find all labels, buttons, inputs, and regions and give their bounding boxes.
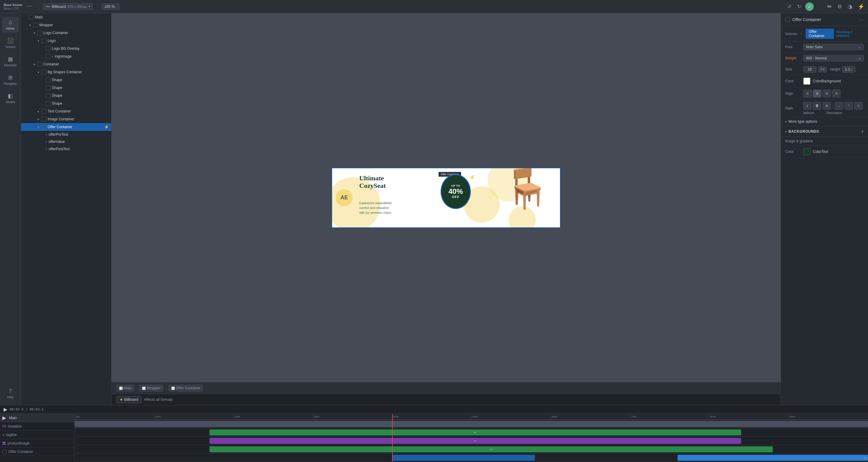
layer-toggle-logo-container[interactable]: ▾ xyxy=(32,31,36,35)
layer-checkbox-logo-bg-overlay[interactable] xyxy=(46,46,51,51)
layer-item-shape4[interactable]: Shape xyxy=(21,99,111,107)
selector-tag[interactable]: Offer Container xyxy=(806,29,834,39)
sidebar-item-assets[interactable]: ◧ Assets xyxy=(2,90,19,106)
align-justify-button[interactable]: ≡ xyxy=(832,90,841,97)
sidebar-item-scenes[interactable]: ⬛ Scenes xyxy=(2,35,19,51)
size-unit[interactable]: PX xyxy=(818,66,827,73)
strikethrough-button[interactable]: ✕ xyxy=(823,102,831,110)
palette-icon[interactable]: ◑ xyxy=(847,3,852,10)
tagline-bar[interactable]: ↵ xyxy=(210,438,741,444)
backgrounds-section-header[interactable]: ▾ BACKGROUNDS + xyxy=(781,126,868,137)
layer-checkbox-wrapper[interactable] xyxy=(33,23,38,27)
layer-toggle-text-container[interactable]: ▸ xyxy=(36,110,40,113)
bg-color-swatch[interactable] xyxy=(803,148,810,155)
layer-item-text-container[interactable]: ▸Text Container xyxy=(21,107,111,115)
timeline-main-label[interactable]: ▶ Main xyxy=(0,414,74,422)
layer-item-shape1[interactable]: Shape xyxy=(21,76,111,84)
format-selector[interactable]: ━━ Billboard 970 × 250 px ▾ xyxy=(43,3,93,10)
layer-item-logo-bg-overlay[interactable]: Logo BG Overlay xyxy=(21,45,111,53)
subscript-button[interactable]: ₊ xyxy=(835,102,843,110)
redo-button[interactable]: ↻ xyxy=(795,2,803,10)
add-background-button[interactable]: + xyxy=(861,129,864,134)
breadcrumb-wrapper[interactable]: ⬜ Wrapper xyxy=(139,385,163,392)
layer-item-offer-pretext[interactable]: ▪offerPreText xyxy=(21,131,111,138)
canvas-scroll[interactable]: AE Ultimate CozySeat Experience unparall… xyxy=(112,13,781,382)
layer-item-wrapper[interactable]: ▾Wrapper xyxy=(21,21,111,29)
offer-bar-left[interactable] xyxy=(392,455,535,461)
more-options-button[interactable]: ⋯ xyxy=(858,16,864,23)
layer-checkbox-logo-container[interactable] xyxy=(37,30,42,35)
layer-item-shape2[interactable]: Shape xyxy=(21,84,111,92)
align-left-button[interactable]: ≡ xyxy=(803,90,812,97)
breadcrumb-main[interactable]: ⬜ Main xyxy=(116,385,134,392)
layer-checkbox-shape3[interactable] xyxy=(46,93,51,98)
timeline-product-label[interactable]: 🖼 productImage xyxy=(0,439,74,447)
offer-box[interactable]: UP TO 40% OFF xyxy=(441,174,471,209)
layer-item-offer-container[interactable]: ▾Offer Container⚡ xyxy=(21,123,111,131)
layer-toggle-logo[interactable]: ▾ xyxy=(36,39,40,42)
layer-checkbox-image-container[interactable] xyxy=(41,117,46,121)
breadcrumb-offer-container[interactable]: ⬜ Offer Container xyxy=(168,385,204,392)
layer-item-logo-container[interactable]: ▾Logo Container xyxy=(21,29,111,37)
offer-container-checkbox[interactable] xyxy=(785,17,790,22)
weight-input[interactable]: 400 - Normal ⌄ xyxy=(803,55,864,61)
layer-item-image-container[interactable]: ▸Image Container xyxy=(21,115,111,123)
layer-checkbox-text-container[interactable] xyxy=(41,109,46,114)
play-button[interactable]: ▶ xyxy=(4,406,7,412)
broadcast-badge[interactable]: ★ Billboard xyxy=(116,396,142,403)
italic-button[interactable]: I xyxy=(803,102,812,110)
sidebar-item-elements[interactable]: ▦ Elements xyxy=(2,53,19,69)
layer-checkbox-logo[interactable] xyxy=(41,38,46,43)
ad-canvas[interactable]: AE Ultimate CozySeat Experience unparall… xyxy=(332,168,561,228)
product-bar[interactable]: ↵ xyxy=(210,446,773,452)
layer-toggle-wrapper[interactable]: ▾ xyxy=(28,24,32,27)
layer-checkbox-shape1[interactable] xyxy=(46,78,51,82)
superscript-button[interactable]: ᵀ xyxy=(844,102,853,110)
timeline-headline-label[interactable]: H1 headline xyxy=(0,422,74,431)
more-type-row[interactable]: ▾ More type options xyxy=(781,117,868,126)
offer-check-icon[interactable] xyxy=(2,450,7,454)
offer-bar-right[interactable]: ↵ xyxy=(678,455,868,461)
color-name[interactable]: ColorBackground xyxy=(813,79,841,83)
layer-item-bg-shapes-container[interactable]: ▾Bg Shapes Container xyxy=(21,68,111,76)
layer-item-logo-image[interactable]: ▪logoImage xyxy=(21,53,111,60)
layer-item-logo[interactable]: ▾Logo xyxy=(21,37,111,45)
layer-checkbox-shape2[interactable] xyxy=(46,85,51,90)
sidebar-item-home[interactable]: ⌂ Home xyxy=(2,17,19,33)
layer-item-offer-posttext[interactable]: ▪offerPostText xyxy=(21,145,111,152)
align-right-button[interactable]: ≡ xyxy=(823,90,831,97)
height-input[interactable]: 1.2 ⌄ xyxy=(842,66,855,73)
font-input[interactable]: Noto Sans ⌄ xyxy=(803,44,864,50)
timeline-content[interactable]: 0% 10% 20% 30% 40% 50% 60% 70% 80% 90% 1… xyxy=(75,414,868,462)
timeline-tagline-label[interactable]: ≡ tagline xyxy=(0,431,74,439)
layer-item-shape3[interactable]: Shape xyxy=(21,92,111,99)
selector-inherit[interactable]: Inheriting 2 selectors xyxy=(836,30,864,37)
layer-toggle-offer-container[interactable]: ▾ xyxy=(36,125,40,129)
gear-icon[interactable]: ⚙ xyxy=(837,3,842,10)
layer-toggle-container[interactable]: ▾ xyxy=(32,63,36,66)
timeline-cursor[interactable] xyxy=(392,414,393,462)
flash-icon[interactable]: ⚡ xyxy=(858,3,864,10)
layer-checkbox-main[interactable] xyxy=(29,15,34,20)
undo-button[interactable]: ↺ xyxy=(785,2,793,10)
headline-bar[interactable]: ↵ xyxy=(210,429,741,435)
bg-color-name[interactable]: ColorText xyxy=(813,150,828,154)
align-center-button[interactable]: ≡ xyxy=(813,90,821,97)
color-swatch[interactable] xyxy=(803,78,810,85)
layer-checkbox-shape4[interactable] xyxy=(46,101,51,106)
sidebar-item-help[interactable]: ? Help xyxy=(2,386,19,401)
layer-item-main[interactable]: Main xyxy=(21,13,111,21)
layer-checkbox-container[interactable] xyxy=(37,62,42,67)
pen-icon[interactable]: ✏ xyxy=(827,3,832,10)
publish-button[interactable]: ✓ xyxy=(805,2,814,11)
bold-button[interactable]: B xyxy=(813,102,821,110)
overline-button[interactable]: ⊤ xyxy=(854,102,863,110)
layer-item-offer-value[interactable]: ▪offerValue xyxy=(21,138,111,145)
layer-toggle-image-container[interactable]: ▸ xyxy=(36,118,40,121)
layer-item-container[interactable]: ▾Container xyxy=(21,60,111,68)
timeline-offer-label[interactable]: Offer Container xyxy=(0,447,74,456)
size-input[interactable]: 16 xyxy=(803,66,816,73)
layer-checkbox-offer-container[interactable] xyxy=(41,124,46,129)
sidebar-item-navigator[interactable]: ⊞ Navigator xyxy=(2,72,19,88)
layer-checkbox-bg-shapes-container[interactable] xyxy=(41,70,46,75)
